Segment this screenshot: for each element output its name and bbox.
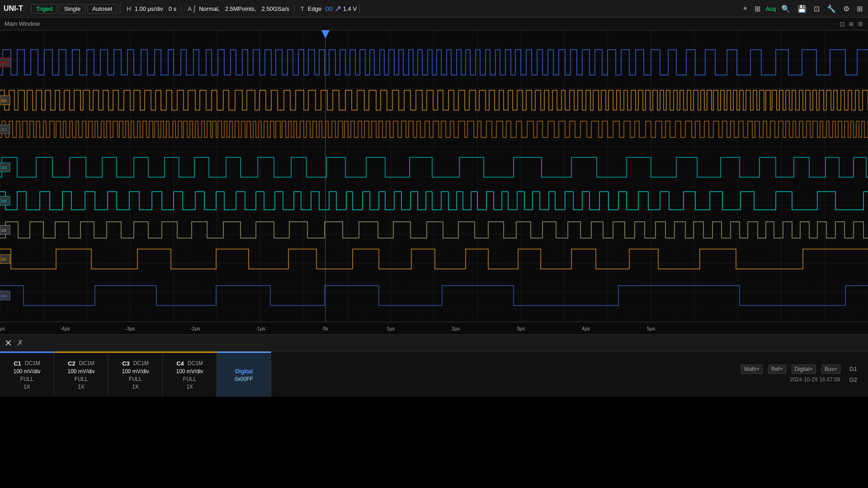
- c1-scale: 100 mV/div: [13, 368, 40, 375]
- channel-digital-info[interactable]: Digital 0x00FF: [217, 352, 271, 397]
- measure-icon[interactable]: ⊞: [753, 5, 762, 13]
- c3-probe: 1X: [132, 384, 139, 390]
- c2-coupling: DC1M: [79, 360, 94, 366]
- c4-coupling: DC1M: [188, 360, 203, 366]
- main-titlebar: Main Window ⊡ ⊕ ⚙: [0, 18, 868, 30]
- time-tick-1: 1μs: [387, 326, 395, 331]
- a-label: A: [188, 5, 192, 12]
- c3-range: FULL: [129, 376, 142, 382]
- crosshair-icon[interactable]: ✕: [5, 338, 12, 348]
- time-tick-minus3: -3μs: [125, 326, 135, 331]
- channel-c3-info[interactable]: C3 DC1M 100 mV/div FULL 1X: [108, 352, 163, 397]
- h-label: H: [127, 5, 131, 12]
- bus-plus-button[interactable]: Bus+: [821, 365, 840, 374]
- c2-range: FULL: [75, 376, 88, 382]
- time-tick-3: 3μs: [517, 326, 525, 331]
- digital-name: Digital: [235, 368, 253, 375]
- channel-bar: C1 DC1M 100 mV/div FULL 1X C2 DC1M 100 m…: [0, 352, 868, 397]
- time-tick-minus1: -1μs: [255, 326, 265, 331]
- top-toolbar: UNI-T Triged Single Autoset H 1.00 μs/di…: [0, 0, 868, 18]
- autoset-button[interactable]: Autoset: [87, 4, 117, 14]
- g1-label: G1: [846, 365, 861, 373]
- bar-right-datetime-row: 2024-10-29 16:47:08 G2: [790, 375, 861, 384]
- channel-bar-right: Math+ Ref+ Digital+ Bus+ G1 2024-10-29 1…: [734, 352, 868, 397]
- datetime-display: 2024-10-29 16:47:08: [790, 376, 840, 383]
- settings-icon[interactable]: ⚙: [841, 5, 851, 13]
- waveform-area: [0, 30, 868, 322]
- c4-name: C4: [176, 360, 184, 367]
- ref-plus-button[interactable]: Ref+: [768, 365, 786, 374]
- utility-icon[interactable]: 🔧: [825, 5, 838, 13]
- expand-icon[interactable]: ⊞: [855, 5, 864, 13]
- c1-name: C1: [14, 360, 21, 367]
- sine-icon: ∫: [193, 5, 195, 13]
- toolbar-right-icons: ⌖ ⊞ Acq 🔍 💾 ⊡ 🔧 ⚙ ⊞: [741, 5, 864, 13]
- trigger-source: D0: [325, 5, 333, 12]
- sample-points: 2.5MPoints,: [223, 5, 258, 12]
- acquisition-section: A ∫ Normal, 2.5MPoints, 2.50GSa/s: [185, 5, 294, 13]
- time-tick-minus2: -2μs: [190, 326, 200, 331]
- c3-scale: 100 mV/div: [122, 368, 149, 375]
- c2-name: C2: [68, 360, 75, 367]
- time-axis: -5μs -4μs -3μs -2μs -1μs 0s 1μs 2μs 3μs …: [0, 322, 868, 334]
- math-plus-button[interactable]: Math+: [741, 365, 763, 374]
- c3-name: C3: [122, 360, 130, 367]
- resize-icon[interactable]: ⊡: [840, 20, 845, 28]
- trigger-mode-section: Triged Single Autoset: [28, 4, 121, 14]
- waveform-type: Normal,: [197, 5, 222, 12]
- c4-scale: 100 mV/div: [176, 368, 203, 375]
- g2-label: G2: [846, 375, 861, 384]
- titlebar-right: ⊡ ⊕ ⚙: [840, 20, 863, 28]
- waveform-canvas[interactable]: [0, 30, 868, 322]
- c2-probe: 1X: [78, 384, 85, 390]
- c1-probe: 1X: [24, 384, 30, 390]
- titlebar-settings-icon[interactable]: ⚙: [858, 20, 863, 28]
- time-tick-minus4: -4μs: [60, 326, 70, 331]
- t-label: T: [301, 5, 304, 12]
- c1-coupling: DC1M: [25, 360, 40, 366]
- digital-plus-button[interactable]: Digital+: [792, 365, 816, 374]
- save-icon[interactable]: 💾: [796, 5, 808, 13]
- digital-value: 0x00FF: [235, 376, 253, 382]
- trigger-section: T Edge D0 ↗ 1.4 V: [298, 4, 360, 14]
- bar-right-buttons-row: Math+ Ref+ Digital+ Bus+ G1: [741, 365, 861, 374]
- time-tick-0: 0s: [323, 326, 328, 331]
- single-button[interactable]: Single: [59, 4, 85, 14]
- main-window-title: Main Window: [5, 20, 40, 27]
- c4-probe: 1X: [186, 384, 193, 390]
- trigger-level: 1.4 V: [343, 5, 357, 12]
- trigger-type: Edge: [306, 5, 323, 12]
- time-tick-4: 4μs: [582, 326, 590, 331]
- sample-rate: 2.50GSa/s: [259, 5, 291, 12]
- display-icon[interactable]: ⊡: [812, 5, 821, 13]
- channel-c1-info[interactable]: C1 DC1M 100 mV/div FULL 1X: [0, 352, 54, 397]
- time-tick-minus5: -5μs: [0, 326, 5, 331]
- time-tick-2: 2μs: [452, 326, 460, 331]
- c4-range: FULL: [183, 376, 196, 382]
- channel-c2-info[interactable]: C2 DC1M 100 mV/div FULL 1X: [54, 352, 108, 397]
- c3-coupling: DC1M: [133, 360, 149, 366]
- search-icon[interactable]: 🔍: [779, 5, 792, 13]
- acq-label: Acq: [766, 5, 776, 12]
- channel-c4-info[interactable]: C4 DC1M 100 mV/div FULL 1X: [163, 352, 217, 397]
- brand-logo: UNI-T: [4, 5, 23, 13]
- trigger-slope-icon: ↗: [335, 4, 341, 14]
- time-tick-5: 5μs: [647, 326, 655, 331]
- cursor-icon[interactable]: ⌖: [741, 5, 749, 13]
- c1-range: FULL: [20, 376, 33, 382]
- time-offset-value: 0 s: [167, 5, 178, 12]
- zoom-in-icon[interactable]: ⊕: [849, 20, 854, 28]
- timebase-section: H 1.00 μs/div 0 s: [124, 5, 181, 12]
- diagonal-cross-icon[interactable]: ✗: [17, 338, 24, 348]
- time-div-value: 1.00 μs/div: [133, 5, 165, 12]
- triged-button[interactable]: Triged: [31, 4, 57, 14]
- c2-scale: 100 mV/div: [67, 368, 94, 375]
- bottom-bar: ✕ ✗: [0, 334, 868, 352]
